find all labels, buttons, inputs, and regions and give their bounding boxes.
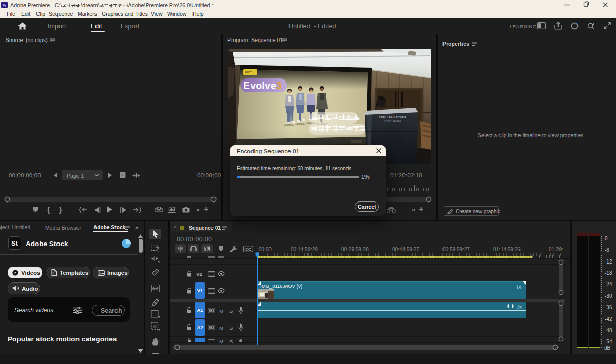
svg-text:Pr: Pr <box>3 3 7 8</box>
svg-text:CC: CC <box>245 247 252 252</box>
svg-text:CERULEAN TOWER: CERULEAN TOWER <box>379 116 407 119</box>
svg-text:Evolve3: Evolve3 <box>243 80 282 91</box>
svg-text:TOKYU HOTEL: TOKYU HOTEL <box>384 120 402 123</box>
